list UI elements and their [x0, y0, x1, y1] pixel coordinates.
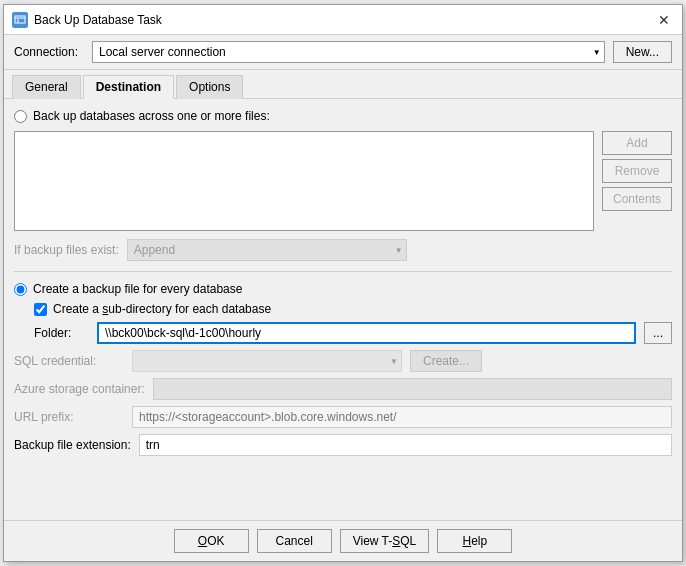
connection-dropdown-wrapper: Local server connection — [92, 41, 605, 63]
subdirectory-label: Create a sub-directory for each database — [53, 302, 271, 316]
backup-exist-dropdown[interactable]: Append — [127, 239, 407, 261]
backup-ext-input[interactable] — [139, 434, 672, 456]
tab-destination[interactable]: Destination — [83, 75, 174, 99]
backup-ext-row: Backup file extension: — [14, 434, 672, 456]
subdirectory-checkbox-row: Create a sub-directory for each database — [34, 302, 672, 316]
divider — [14, 271, 672, 272]
connection-dropdown[interactable]: Local server connection — [92, 41, 605, 63]
browse-button[interactable]: ... — [644, 322, 672, 344]
url-prefix-input[interactable] — [132, 406, 672, 428]
folder-input[interactable] — [97, 322, 636, 344]
azure-storage-input[interactable] — [153, 378, 672, 400]
contents-button[interactable]: Contents — [602, 187, 672, 211]
files-listbox[interactable] — [14, 131, 594, 231]
connection-bar: Connection: Local server connection New.… — [4, 35, 682, 70]
new-connection-button[interactable]: New... — [613, 41, 672, 63]
folder-label: Folder: — [34, 326, 89, 340]
create-backup-radio[interactable] — [14, 283, 27, 296]
sql-credential-row: SQL credential: Create... — [14, 350, 672, 372]
files-buttons: Add Remove Contents — [602, 131, 672, 231]
connection-label: Connection: — [14, 45, 84, 59]
close-button[interactable]: ✕ — [654, 10, 674, 30]
add-button[interactable]: Add — [602, 131, 672, 155]
sql-credential-dropdown-wrapper — [132, 350, 402, 372]
cancel-button[interactable]: Cancel — [257, 529, 332, 553]
title-bar-left: Back Up Database Task — [12, 12, 162, 28]
remove-button[interactable]: Remove — [602, 159, 672, 183]
backup-files-radio[interactable] — [14, 110, 27, 123]
files-area: Add Remove Contents — [14, 131, 672, 231]
title-bar: Back Up Database Task ✕ — [4, 5, 682, 35]
backup-exist-label: If backup files exist: — [14, 243, 119, 257]
footer-buttons: OOK Cancel View T-SQL Help — [4, 520, 682, 561]
create-button[interactable]: Create... — [410, 350, 482, 372]
url-prefix-label: URL prefix: — [14, 410, 124, 424]
url-prefix-row: URL prefix: — [14, 406, 672, 428]
backup-exist-row: If backup files exist: Append — [14, 239, 672, 261]
tab-options[interactable]: Options — [176, 75, 243, 99]
window-icon — [12, 12, 28, 28]
create-backup-radio-row: Create a backup file for every database — [14, 282, 672, 296]
help-button[interactable]: Help — [437, 529, 512, 553]
azure-storage-label: Azure storage container: — [14, 382, 145, 396]
sql-credential-dropdown[interactable] — [132, 350, 402, 372]
svg-rect-0 — [15, 16, 25, 23]
ok-button[interactable]: OOK — [174, 529, 249, 553]
dialog-window: Back Up Database Task ✕ Connection: Loca… — [3, 4, 683, 562]
tabs-bar: General Destination Options — [4, 70, 682, 98]
backup-ext-label: Backup file extension: — [14, 438, 131, 452]
tab-general[interactable]: General — [12, 75, 81, 99]
backup-files-label: Back up databases across one or more fil… — [33, 109, 270, 123]
backup-files-radio-row: Back up databases across one or more fil… — [14, 109, 672, 123]
subdirectory-checkbox[interactable] — [34, 303, 47, 316]
folder-row: Folder: ... — [34, 322, 672, 344]
create-backup-label: Create a backup file for every database — [33, 282, 242, 296]
view-tsql-button[interactable]: View T-SQL — [340, 529, 430, 553]
sql-credential-label: SQL credential: — [14, 354, 124, 368]
window-title: Back Up Database Task — [34, 13, 162, 27]
azure-storage-row: Azure storage container: — [14, 378, 672, 400]
backup-exist-dropdown-wrapper: Append — [127, 239, 407, 261]
tab-content: Back up databases across one or more fil… — [4, 98, 682, 520]
